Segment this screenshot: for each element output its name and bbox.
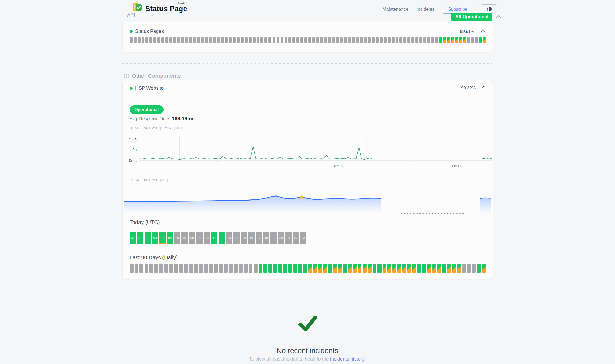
- status-block: [139, 264, 143, 273]
- global-status: All Operational: [451, 13, 501, 21]
- status-block: 07: [181, 232, 188, 244]
- status-block: [387, 264, 391, 273]
- status-block: [197, 37, 200, 43]
- status-block: [459, 37, 462, 43]
- status-block: [288, 37, 291, 43]
- status-block: [397, 264, 401, 273]
- status-block: [142, 37, 145, 43]
- status-block: 11: [211, 232, 217, 244]
- status-block: 14: [233, 232, 240, 244]
- status-block: [340, 37, 343, 43]
- status-block: [423, 37, 426, 43]
- status-block: [471, 37, 474, 43]
- status-block: [324, 37, 327, 43]
- status-block: [316, 37, 319, 43]
- svg-text:01:30: 01:30: [333, 164, 343, 168]
- status-block: [239, 264, 243, 273]
- status-block: [412, 264, 416, 273]
- status-block: [358, 264, 362, 273]
- status-block: [169, 37, 172, 43]
- response-area-chart: [124, 186, 491, 217]
- status-block: [462, 264, 466, 273]
- status-block: [457, 264, 461, 273]
- component-name: Status Pages: [135, 29, 164, 34]
- status-block: [233, 37, 236, 43]
- check-icon: [297, 315, 318, 333]
- response-line-chart: 2.0s1.0s0ms01:3009:30: [126, 133, 493, 171]
- status-block: [377, 264, 382, 273]
- section-title-other-components: Other Components: [132, 73, 181, 79]
- status-block: [383, 264, 387, 273]
- svg-text:09:30: 09:30: [450, 164, 461, 168]
- status-block: [138, 37, 141, 43]
- status-block: [455, 37, 458, 43]
- status-block: [278, 264, 282, 273]
- chevron-up-icon[interactable]: [496, 15, 501, 19]
- status-block: [249, 264, 253, 273]
- status-block: 05: [167, 232, 173, 244]
- status-block: [352, 37, 355, 43]
- status-block: [304, 37, 307, 43]
- nav-incidents[interactable]: Incidents: [417, 7, 435, 12]
- refresh-icon[interactable]: [481, 29, 486, 34]
- status-block: [419, 37, 422, 43]
- status-block: [415, 37, 418, 43]
- status-block: [392, 264, 396, 273]
- status-block: 12: [219, 232, 225, 244]
- nav-maintenance[interactable]: Maintenance: [382, 7, 408, 12]
- status-block: [363, 264, 367, 273]
- status-block: 22: [293, 232, 299, 244]
- status-block: [153, 37, 156, 43]
- status-block: 19: [270, 232, 277, 244]
- status-block: [313, 264, 317, 273]
- status-block: 17: [256, 232, 262, 244]
- status-block: [323, 264, 327, 273]
- status-block: [422, 264, 426, 273]
- status-block: [273, 37, 275, 43]
- status-block: [298, 264, 302, 273]
- status-block: [407, 37, 410, 43]
- status-block: 10: [204, 232, 210, 244]
- uptime-percentage: 99.32%: [461, 86, 476, 91]
- incidents-history-link[interactable]: incidents history: [330, 356, 364, 362]
- status-block: [277, 37, 279, 43]
- status-block: [283, 264, 287, 273]
- last90-daily-bar: [130, 264, 486, 273]
- status-block: [217, 37, 220, 43]
- subscribe-button[interactable]: Subscribe: [443, 5, 473, 14]
- status-block: [165, 37, 168, 43]
- status-block: [336, 37, 339, 43]
- hsp-website-row: HSP Website 99.32%: [130, 85, 486, 91]
- status-block: [368, 264, 372, 273]
- status-block: [388, 37, 391, 43]
- status-block: [244, 264, 248, 273]
- status-block: [353, 264, 357, 273]
- trend-up-icon: [482, 85, 486, 91]
- status-block: [173, 37, 176, 43]
- status-block: [149, 264, 153, 273]
- status-block: [259, 264, 263, 273]
- status-pages-row: Status Pages 99.91%: [130, 29, 486, 34]
- status-block: [213, 37, 216, 43]
- status-block: [199, 264, 203, 273]
- status-block: [475, 37, 478, 43]
- status-block: [130, 264, 134, 273]
- status-block: [328, 264, 332, 273]
- status-block: [149, 37, 152, 43]
- grid-icon: [124, 73, 129, 79]
- svg-text:1.0s: 1.0s: [129, 147, 137, 152]
- status-block: [209, 264, 213, 273]
- status-block: [348, 264, 352, 273]
- status-block: [308, 264, 312, 273]
- status-dot-green: [130, 87, 133, 90]
- status-block: [273, 264, 277, 273]
- status-block: [234, 264, 238, 273]
- status-block: [214, 264, 218, 273]
- svg-text:0ms: 0ms: [129, 158, 137, 163]
- no-incidents-title: No recent incidents: [122, 347, 492, 355]
- status-block: [219, 264, 223, 273]
- contrast-icon: [486, 6, 492, 12]
- status-pages-card: Status Pages 99.91%: [122, 22, 493, 52]
- status-block: 01: [137, 232, 143, 244]
- status-block: [225, 37, 228, 43]
